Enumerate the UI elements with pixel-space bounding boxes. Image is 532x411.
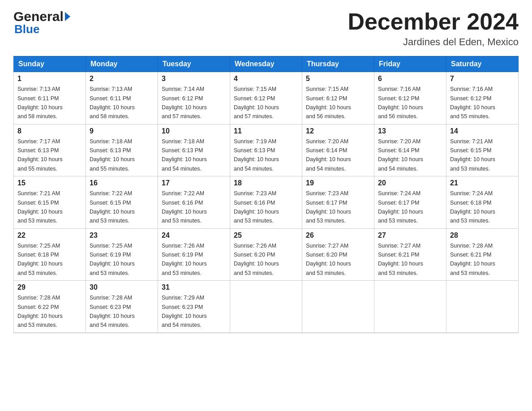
logo-arrow-icon xyxy=(65,12,70,21)
day-info: Sunrise: 7:23 AMSunset: 6:17 PMDaylight:… xyxy=(306,190,351,224)
day-number: 26 xyxy=(306,231,370,240)
day-number: 8 xyxy=(17,127,82,135)
calendar-cell: 10 Sunrise: 7:18 AMSunset: 6:13 PMDaylig… xyxy=(158,124,230,176)
weekday-header-wednesday: Wednesday xyxy=(230,56,302,72)
day-number: 17 xyxy=(162,179,226,187)
day-number: 14 xyxy=(450,127,515,135)
day-number: 2 xyxy=(90,75,154,83)
weekday-header-monday: Monday xyxy=(86,56,158,72)
day-info: Sunrise: 7:14 AMSunset: 6:12 PMDaylight:… xyxy=(162,86,207,120)
day-info: Sunrise: 7:16 AMSunset: 6:12 PMDaylight:… xyxy=(378,86,423,120)
calendar-cell: 23 Sunrise: 7:25 AMSunset: 6:19 PMDaylig… xyxy=(86,228,158,281)
calendar-cell: 30 Sunrise: 7:28 AMSunset: 6:23 PMDaylig… xyxy=(86,281,158,333)
day-info: Sunrise: 7:18 AMSunset: 6:13 PMDaylight:… xyxy=(162,138,207,172)
day-number: 10 xyxy=(162,127,226,135)
page-header: General Blue December 2024 Jardines del … xyxy=(13,9,519,48)
calendar-cell: 21 Sunrise: 7:24 AMSunset: 6:18 PMDaylig… xyxy=(446,176,519,229)
day-info: Sunrise: 7:18 AMSunset: 6:13 PMDaylight:… xyxy=(90,138,135,172)
calendar-week-row: 29 Sunrise: 7:28 AMSunset: 6:22 PMDaylig… xyxy=(14,281,519,333)
calendar-cell: 1 Sunrise: 7:13 AMSunset: 6:11 PMDayligh… xyxy=(14,72,86,124)
title-area: December 2024 Jardines del Eden, Mexico xyxy=(348,9,519,48)
calendar-cell: 2 Sunrise: 7:13 AMSunset: 6:11 PMDayligh… xyxy=(86,72,158,124)
day-info: Sunrise: 7:19 AMSunset: 6:13 PMDaylight:… xyxy=(234,138,279,172)
day-number: 6 xyxy=(378,75,442,83)
day-info: Sunrise: 7:25 AMSunset: 6:19 PMDaylight:… xyxy=(90,243,135,276)
calendar-week-row: 8 Sunrise: 7:17 AMSunset: 6:13 PMDayligh… xyxy=(14,124,519,176)
weekday-header-saturday: Saturday xyxy=(446,56,519,72)
day-info: Sunrise: 7:27 AMSunset: 6:20 PMDaylight:… xyxy=(306,243,351,276)
day-info: Sunrise: 7:21 AMSunset: 6:15 PMDaylight:… xyxy=(17,190,63,224)
calendar-cell xyxy=(302,281,374,333)
day-info: Sunrise: 7:20 AMSunset: 6:14 PMDaylight:… xyxy=(306,138,351,172)
day-info: Sunrise: 7:22 AMSunset: 6:16 PMDaylight:… xyxy=(162,190,207,224)
day-info: Sunrise: 7:22 AMSunset: 6:15 PMDaylight:… xyxy=(90,190,135,224)
day-number: 11 xyxy=(234,127,298,135)
calendar-cell: 7 Sunrise: 7:16 AMSunset: 6:12 PMDayligh… xyxy=(446,72,519,124)
calendar-table: SundayMondayTuesdayWednesdayThursdayFrid… xyxy=(13,56,519,333)
weekday-header-friday: Friday xyxy=(374,56,446,72)
day-number: 15 xyxy=(17,179,82,187)
day-info: Sunrise: 7:13 AMSunset: 6:11 PMDaylight:… xyxy=(90,86,135,120)
day-info: Sunrise: 7:27 AMSunset: 6:21 PMDaylight:… xyxy=(378,243,423,276)
calendar-cell: 25 Sunrise: 7:26 AMSunset: 6:20 PMDaylig… xyxy=(230,228,302,281)
weekday-header-sunday: Sunday xyxy=(14,56,86,72)
calendar-cell: 12 Sunrise: 7:20 AMSunset: 6:14 PMDaylig… xyxy=(302,124,374,176)
day-number: 18 xyxy=(234,179,298,187)
day-number: 12 xyxy=(306,127,370,135)
day-number: 5 xyxy=(306,75,370,83)
day-number: 25 xyxy=(234,231,298,240)
day-info: Sunrise: 7:26 AMSunset: 6:19 PMDaylight:… xyxy=(162,243,207,276)
day-info: Sunrise: 7:21 AMSunset: 6:15 PMDaylight:… xyxy=(450,138,495,172)
calendar-cell: 18 Sunrise: 7:23 AMSunset: 6:16 PMDaylig… xyxy=(230,176,302,229)
logo-general-text: General xyxy=(13,9,64,24)
weekday-header-thursday: Thursday xyxy=(302,56,374,72)
calendar-cell: 16 Sunrise: 7:22 AMSunset: 6:15 PMDaylig… xyxy=(86,176,158,229)
day-number: 31 xyxy=(162,283,226,291)
logo-blue-text: Blue xyxy=(13,22,39,36)
calendar-cell: 4 Sunrise: 7:15 AMSunset: 6:12 PMDayligh… xyxy=(230,72,302,124)
day-number: 13 xyxy=(378,127,442,135)
day-number: 23 xyxy=(90,231,154,240)
day-info: Sunrise: 7:17 AMSunset: 6:13 PMDaylight:… xyxy=(17,138,63,172)
day-info: Sunrise: 7:15 AMSunset: 6:12 PMDaylight:… xyxy=(306,86,351,120)
calendar-cell: 31 Sunrise: 7:29 AMSunset: 6:23 PMDaylig… xyxy=(158,281,230,333)
calendar-cell: 13 Sunrise: 7:20 AMSunset: 6:14 PMDaylig… xyxy=(374,124,446,176)
calendar-cell: 17 Sunrise: 7:22 AMSunset: 6:16 PMDaylig… xyxy=(158,176,230,229)
day-info: Sunrise: 7:24 AMSunset: 6:17 PMDaylight:… xyxy=(378,190,423,224)
day-number: 21 xyxy=(450,179,515,187)
calendar-cell: 6 Sunrise: 7:16 AMSunset: 6:12 PMDayligh… xyxy=(374,72,446,124)
day-info: Sunrise: 7:16 AMSunset: 6:12 PMDaylight:… xyxy=(450,86,495,120)
calendar-cell: 24 Sunrise: 7:26 AMSunset: 6:19 PMDaylig… xyxy=(158,228,230,281)
day-info: Sunrise: 7:29 AMSunset: 6:23 PMDaylight:… xyxy=(162,295,207,328)
calendar-cell xyxy=(374,281,446,333)
calendar-cell: 22 Sunrise: 7:25 AMSunset: 6:18 PMDaylig… xyxy=(14,228,86,281)
calendar-cell: 9 Sunrise: 7:18 AMSunset: 6:13 PMDayligh… xyxy=(86,124,158,176)
calendar-cell: 20 Sunrise: 7:24 AMSunset: 6:17 PMDaylig… xyxy=(374,176,446,229)
day-info: Sunrise: 7:25 AMSunset: 6:18 PMDaylight:… xyxy=(17,243,63,276)
location-title: Jardines del Eden, Mexico xyxy=(348,36,519,48)
logo: General Blue xyxy=(13,9,70,36)
day-number: 9 xyxy=(90,127,154,135)
calendar-week-row: 22 Sunrise: 7:25 AMSunset: 6:18 PMDaylig… xyxy=(14,228,519,281)
calendar-week-row: 15 Sunrise: 7:21 AMSunset: 6:15 PMDaylig… xyxy=(14,176,519,229)
day-info: Sunrise: 7:28 AMSunset: 6:23 PMDaylight:… xyxy=(90,295,135,328)
day-info: Sunrise: 7:23 AMSunset: 6:16 PMDaylight:… xyxy=(234,190,279,224)
calendar-cell: 19 Sunrise: 7:23 AMSunset: 6:17 PMDaylig… xyxy=(302,176,374,229)
day-number: 28 xyxy=(450,231,515,240)
month-title: December 2024 xyxy=(348,9,519,34)
day-info: Sunrise: 7:24 AMSunset: 6:18 PMDaylight:… xyxy=(450,190,495,224)
calendar-cell: 5 Sunrise: 7:15 AMSunset: 6:12 PMDayligh… xyxy=(302,72,374,124)
calendar-cell xyxy=(446,281,519,333)
calendar-week-row: 1 Sunrise: 7:13 AMSunset: 6:11 PMDayligh… xyxy=(14,72,519,124)
day-number: 4 xyxy=(234,75,298,83)
day-number: 7 xyxy=(450,75,515,83)
day-info: Sunrise: 7:20 AMSunset: 6:14 PMDaylight:… xyxy=(378,138,423,172)
calendar-cell: 26 Sunrise: 7:27 AMSunset: 6:20 PMDaylig… xyxy=(302,228,374,281)
day-number: 1 xyxy=(17,75,82,83)
calendar-cell: 11 Sunrise: 7:19 AMSunset: 6:13 PMDaylig… xyxy=(230,124,302,176)
day-info: Sunrise: 7:28 AMSunset: 6:21 PMDaylight:… xyxy=(450,243,495,276)
weekday-header-row: SundayMondayTuesdayWednesdayThursdayFrid… xyxy=(14,56,519,72)
calendar-cell: 29 Sunrise: 7:28 AMSunset: 6:22 PMDaylig… xyxy=(14,281,86,333)
calendar-cell: 28 Sunrise: 7:28 AMSunset: 6:21 PMDaylig… xyxy=(446,228,519,281)
day-number: 24 xyxy=(162,231,226,240)
